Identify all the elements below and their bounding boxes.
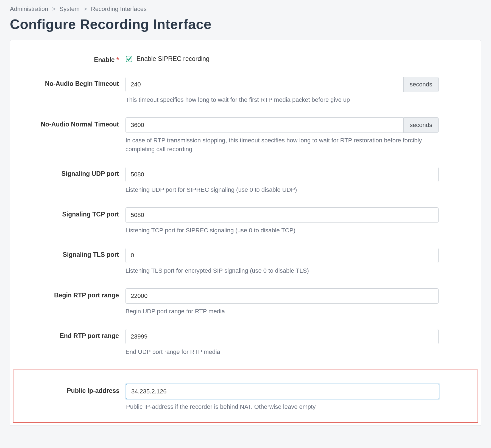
checkbox-label[interactable]: Enable SIPREC recording	[136, 55, 210, 63]
input-tcp-port[interactable]	[125, 207, 439, 223]
help-rtp-end: End UDP port range for RTP media	[125, 348, 439, 356]
addon-seconds: seconds	[404, 77, 439, 92]
chevron-right-icon: >	[52, 5, 56, 12]
addon-seconds: seconds	[404, 117, 439, 133]
label-tls-port: Signaling TLS port	[27, 248, 125, 258]
label-udp-port: Signaling UDP port	[27, 167, 125, 177]
row-no-audio-normal: No-Audio Normal Timeout seconds In case …	[27, 117, 464, 154]
row-no-audio-begin: No-Audio Begin Timeout seconds This time…	[27, 77, 464, 104]
breadcrumb-item[interactable]: Administration	[10, 5, 48, 12]
row-tls-port: Signaling TLS port Listening TLS port fo…	[27, 248, 464, 275]
row-rtp-begin: Begin RTP port range Begin UDP port rang…	[27, 288, 464, 316]
help-rtp-begin: Begin UDP port range for RTP media	[125, 307, 439, 316]
row-udp-port: Signaling UDP port Listening UDP port fo…	[27, 167, 464, 194]
required-mark: *	[116, 56, 119, 63]
form-panel: Enable * Enable SIPREC recording No-Audi…	[10, 40, 481, 426]
label-rtp-begin: Begin RTP port range	[27, 288, 125, 299]
help-tls-port: Listening TLS port for encrypted SIP sig…	[125, 266, 439, 275]
label-no-audio-normal: No-Audio Normal Timeout	[27, 117, 125, 128]
breadcrumb: Administration > System > Recording Inte…	[10, 5, 481, 13]
row-public-ip: Public Ip-address Public IP-address if t…	[27, 384, 464, 411]
input-no-audio-begin[interactable]	[125, 77, 404, 92]
input-rtp-end[interactable]	[125, 329, 439, 344]
input-public-ip[interactable]	[126, 384, 439, 399]
input-rtp-begin[interactable]	[125, 288, 439, 304]
chevron-right-icon: >	[83, 5, 87, 12]
help-no-audio-normal: In case of RTP transmission stopping, th…	[125, 136, 439, 154]
input-no-audio-normal[interactable]	[125, 117, 404, 133]
label-tcp-port: Signaling TCP port	[27, 207, 125, 218]
help-udp-port: Listening UDP port for SIPREC signaling …	[125, 185, 439, 194]
label-public-ip: Public Ip-address	[27, 384, 126, 395]
breadcrumb-item[interactable]: System	[60, 5, 80, 12]
label-enable: Enable *	[27, 53, 125, 64]
help-no-audio-begin: This timeout specifies how long to wait …	[125, 95, 439, 104]
highlight-public-ip: Public Ip-address Public IP-address if t…	[13, 370, 478, 423]
page-title: Configure Recording Interface	[10, 16, 481, 32]
input-udp-port[interactable]	[125, 167, 439, 182]
row-enable: Enable * Enable SIPREC recording	[27, 53, 464, 64]
row-rtp-end: End RTP port range End UDP port range fo…	[27, 329, 464, 356]
breadcrumb-item[interactable]: Recording Interfaces	[91, 5, 147, 12]
label-no-audio-begin: No-Audio Begin Timeout	[27, 77, 125, 88]
help-tcp-port: Listening TCP port for SIPREC signaling …	[125, 226, 439, 235]
input-tls-port[interactable]	[125, 248, 439, 263]
label-rtp-end: End RTP port range	[27, 329, 125, 340]
help-public-ip: Public IP-address if the recorder is beh…	[126, 402, 439, 411]
row-tcp-port: Signaling TCP port Listening TCP port fo…	[27, 207, 464, 235]
checkbox-checked-icon[interactable]	[125, 55, 133, 63]
